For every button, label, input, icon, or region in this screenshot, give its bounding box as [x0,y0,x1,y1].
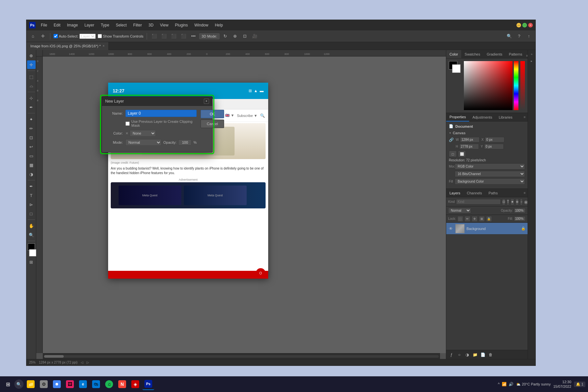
dialog-close-button[interactable]: × [204,99,209,104]
cancel-button[interactable]: Cancel [201,120,224,128]
tab-adjustments[interactable]: Adjustments [469,113,496,122]
taskbar-app-news[interactable]: N [116,378,128,390]
lock-image-icon[interactable]: ✏ [465,216,470,222]
lock-position-icon[interactable]: ✛ [472,216,478,222]
taskbar-app-explorer[interactable]: 📁 [25,378,37,390]
menu-edit[interactable]: Edit [51,22,63,28]
width-input[interactable] [460,137,480,142]
3d-rotate-icon[interactable]: ↻ [221,32,229,40]
taskbar-app-photoshop[interactable]: Ps [142,378,154,390]
opacity-input[interactable] [178,139,191,145]
x-input[interactable] [485,137,504,142]
lasso-tool[interactable]: ⌓ [27,82,36,90]
filter-btn-5[interactable]: ○ [520,199,523,205]
layer-visibility-toggle[interactable]: 👁 [448,226,453,231]
link-icon[interactable]: 🔗 [449,138,454,142]
gradient-tool[interactable]: ▦ [27,161,36,169]
filter-toggle[interactable]: ◉ [524,199,528,204]
share-icon[interactable]: ↑ [525,32,533,40]
lock-artboard-icon[interactable]: ⊞ [479,216,485,222]
opacity-ctrl-input[interactable] [514,208,526,213]
notification-area[interactable]: 🔔 1 [574,382,585,387]
close-button[interactable]: × [528,23,533,27]
menu-type[interactable]: Type [98,22,112,28]
delete-layer-btn[interactable]: 🗑 [487,351,494,358]
lock-transparent-icon[interactable]: ⬚ [457,216,463,222]
background-color-swatch[interactable] [452,64,461,73]
close-tab-icon[interactable]: × [103,44,105,48]
3d-zoom-icon[interactable]: ⊡ [241,32,249,40]
transform-checkbox[interactable] [98,34,102,38]
menu-help[interactable]: Help [212,22,226,28]
tab-paths[interactable]: Paths [485,189,501,197]
fill-input[interactable] [514,216,526,221]
height-input[interactable] [459,144,479,149]
auto-select-checkbox[interactable] [54,34,58,38]
align-center-icon[interactable]: ⬛ [160,32,168,40]
tab-patterns[interactable]: Patterns [506,50,526,58]
align-left-icon[interactable]: ⬛ [150,32,158,40]
group-btn[interactable]: 📁 [472,351,478,358]
expand-btn[interactable]: » [529,51,535,57]
layer-select[interactable]: Layer [79,34,96,39]
menu-select[interactable]: Select [113,22,129,28]
healing-brush-tool[interactable]: ✦ [27,115,36,123]
taskbar-search-button[interactable]: 🔍 [14,380,24,389]
scrollbar-thumb[interactable] [44,355,64,358]
eraser-tool[interactable]: ▭ [27,152,36,160]
move-tool-btn[interactable]: ✛ [27,60,36,69]
menu-3d[interactable]: 3D [146,22,156,28]
mode-select[interactable]: Normal [125,139,161,146]
taskbar-app-photos[interactable]: 🖼 [64,378,76,390]
brush-tool[interactable]: ✏ [27,124,36,133]
maximize-button[interactable]: □ [522,23,527,27]
tab-channels[interactable]: Channels [464,189,485,197]
filter-btn-3[interactable]: ★ [511,199,514,205]
ok-button[interactable]: OK [201,110,224,118]
color-select[interactable]: None [130,130,156,137]
add-style-btn[interactable]: ƒ [448,351,455,358]
menu-file[interactable]: File [38,22,50,28]
fill-prop-select[interactable]: Background Color [455,178,525,185]
search-toolbar-icon[interactable]: 🔍 [505,32,513,40]
filter-btn-2[interactable]: T [507,199,509,205]
taskbar-app-edge[interactable]: e [77,378,89,390]
name-input[interactable] [125,110,197,117]
tray-arrow[interactable]: ^ [498,382,500,386]
tab-properties[interactable]: Properties [446,113,469,122]
mask-btn[interactable]: ○ [456,351,463,358]
menu-filter[interactable]: Filter [131,22,145,28]
layers-search-input[interactable] [456,199,501,204]
properties-panel-collapse[interactable]: ≡ [523,115,526,120]
clipping-mask-checkbox[interactable] [125,122,130,126]
taskbar-app-chrome[interactable] [51,378,63,390]
menu-view[interactable]: View [157,22,171,28]
menu-image[interactable]: Image [64,22,80,28]
taskbar-app-antivirus[interactable]: ◈ [129,378,141,390]
scroll-right-arrow[interactable]: ▷ [87,361,89,364]
align-right-icon[interactable]: ⬛ [170,32,178,40]
align-top-icon[interactable]: ⬛ [180,32,188,40]
scroll-left-arrow[interactable]: ◁ [81,361,83,364]
filter-btn-1[interactable]: ⊡ [502,199,505,205]
path-select-tool[interactable]: ⊳ [27,200,36,209]
layers-panel-collapse[interactable]: ≡ [523,190,526,195]
menu-window[interactable]: Window [192,22,211,28]
rectangle-select-tool[interactable]: ⬚ [27,73,36,81]
canvas-area[interactable]: 1600 1400 1200 1000 800 600 400 200 0 20… [36,50,446,359]
tab-swatches[interactable]: Swatches [461,50,483,58]
horizontal-scrollbar[interactable] [43,353,440,359]
extra-tool[interactable]: ⊞ [27,258,36,266]
zoom-tool[interactable]: 🔍 [27,231,36,239]
home-icon[interactable]: ⌂ [29,32,37,40]
tab-libraries[interactable]: Libraries [496,113,516,122]
hand-tool[interactable]: ⊕ [27,51,36,60]
blending-mode-select[interactable]: Normal [448,208,471,213]
start-button[interactable]: ⊞ [3,379,13,389]
mode-prop-select[interactable]: RGB Color [455,163,525,170]
history-brush[interactable]: ↩ [27,142,36,151]
filter-btn-4[interactable]: ⊕ [515,199,519,205]
clone-tool[interactable]: ⊡ [27,133,36,142]
adjustment-btn[interactable]: ◑ [464,351,470,358]
outer-btn-2[interactable]: ▸ [529,58,535,64]
